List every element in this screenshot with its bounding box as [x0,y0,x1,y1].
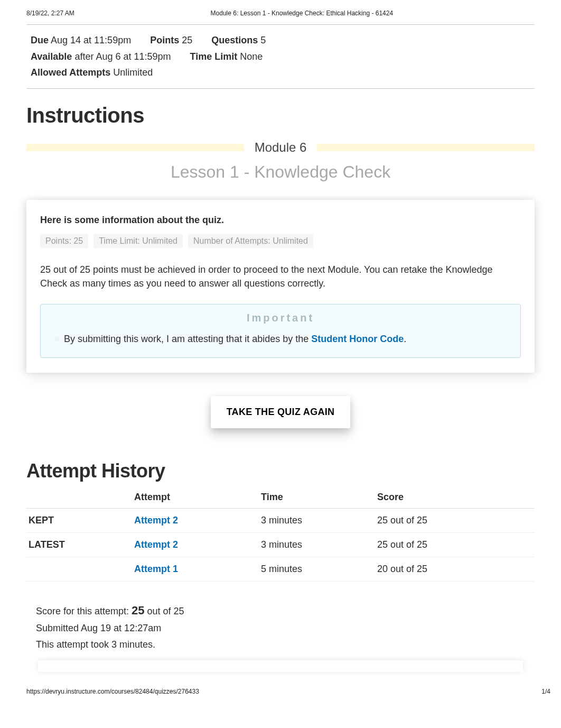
important-title: Important [54,312,507,324]
info-paragraph: 25 out of 25 points must be achieved in … [40,263,521,290]
score-line3: This attempt took 3 minutes. [36,637,535,653]
bullet-icon [54,336,60,342]
row-time: 3 minutes [259,532,375,557]
info-pills: Points: 25 Time Limit: Unlimited Number … [40,234,521,248]
lesson-title: Lesson 1 - Knowledge Check [26,162,535,182]
print-page: 1/4 [541,688,550,695]
score-line1-pre: Score for this attempt: [36,606,132,616]
meta-available: Available after Aug 6 at 11:59pm [31,49,171,65]
take-quiz-again-button[interactable]: TAKE THE QUIZ AGAIN [211,396,351,428]
module-row: Module 6 [26,140,535,155]
quiz-meta: Due Aug 14 at 11:59pm Points 25 Question… [26,24,535,89]
row-time: 3 minutes [259,508,375,532]
info-intro: Here is some information about the quiz. [40,215,521,226]
row-badge: LATEST [26,532,132,557]
row-time: 5 minutes [259,557,375,581]
meta-timelimit-label: Time Limit [190,51,238,62]
table-row: LATEST Attempt 2 3 minutes 25 out of 25 [26,532,535,557]
meta-questions: Questions 5 [211,32,266,49]
row-badge: KEPT [26,508,132,532]
attempt-history-heading: Attempt History [26,460,535,482]
info-card: Here is some information about the quiz.… [26,200,535,373]
row-score: 25 out of 25 [375,532,535,557]
meta-questions-value: 5 [260,35,266,45]
info-pill: Points: 25 [40,234,88,248]
meta-due: Due Aug 14 at 11:59pm [31,32,131,49]
important-pre: By submitting this work, I am attesting … [64,334,311,344]
meta-available-label: Available [31,51,72,62]
row-score: 20 out of 25 [375,557,535,581]
meta-due-label: Due [31,35,49,45]
score-line1-big: 25 [132,604,144,617]
question-card-top [38,660,523,672]
col-attempt: Attempt [132,487,259,509]
meta-due-value: Aug 14 at 11:59pm [51,35,131,45]
meta-questions-label: Questions [211,35,258,45]
meta-attempts: Allowed Attempts Unlimited [31,64,153,81]
attempt-link[interactable]: Attempt 2 [134,515,178,526]
meta-attempts-value: Unlimited [113,67,153,78]
module-label: Module 6 [255,140,307,155]
attempt-link[interactable]: Attempt 1 [134,564,178,574]
score-line2: Submitted Aug 19 at 12:27am [36,620,535,637]
honor-code-link[interactable]: Student Honor Code [311,334,404,344]
print-datetime: 8/19/22, 2:27 AM [26,10,74,17]
col-score: Score [375,487,535,509]
instructions-heading: Instructions [26,104,535,127]
meta-attempts-label: Allowed Attempts [31,67,110,78]
decor-bar-left [26,144,244,151]
row-badge [26,557,132,581]
attempt-link[interactable]: Attempt 2 [134,539,178,550]
important-box: Important By submitting this work, I am … [40,304,521,358]
meta-available-value: after Aug 6 at 11:59pm [74,51,171,62]
print-footer: https://devryu.instructure.com/courses/8… [0,672,561,704]
meta-points: Points 25 [150,32,192,49]
important-post: . [404,334,406,344]
info-pill: Number of Attempts: Unlimited [188,234,313,248]
meta-timelimit-value: None [240,51,263,62]
print-title: Module 6: Lesson 1 - Knowledge Check: Et… [74,10,529,17]
decor-bar-right [317,144,535,151]
score-line1-post: out of 25 [145,606,184,616]
attempt-history-table: Attempt Time Score KEPT Attempt 2 3 minu… [26,487,535,582]
col-time: Time [259,487,375,509]
important-text: By submitting this work, I am attesting … [54,334,507,345]
print-url: https://devryu.instructure.com/courses/8… [26,688,199,695]
row-score: 25 out of 25 [375,508,535,532]
score-summary: Score for this attempt: 25 out of 25 Sub… [26,601,535,653]
meta-points-value: 25 [182,35,192,45]
meta-points-label: Points [150,35,179,45]
table-row: KEPT Attempt 2 3 minutes 25 out of 25 [26,508,535,532]
table-row: Attempt 1 5 minutes 20 out of 25 [26,557,535,581]
print-header: 8/19/22, 2:27 AM Module 6: Lesson 1 - Kn… [0,0,561,20]
meta-timelimit: Time Limit None [190,49,263,65]
col-blank [26,487,132,509]
info-pill: Time Limit: Unlimited [94,234,183,248]
